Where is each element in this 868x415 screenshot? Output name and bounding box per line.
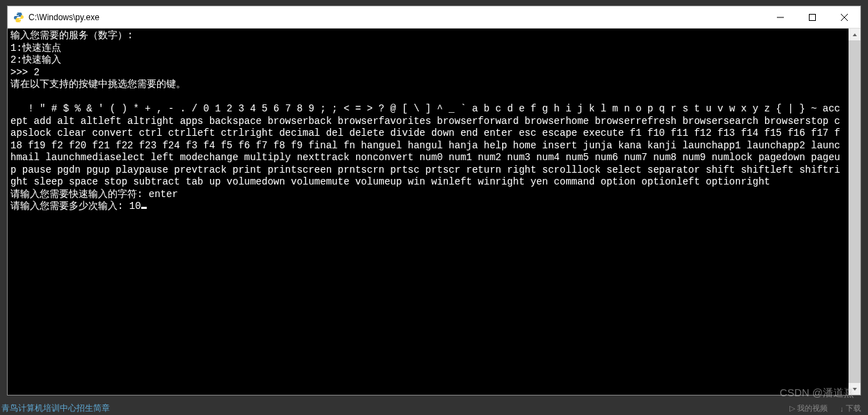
line-count-label: 请输入您需要多少次输入: [10, 201, 129, 212]
line-count-value: 10 [129, 201, 141, 212]
scroll-track[interactable] [849, 40, 860, 383]
line-keys-intro: 请在以下支持的按键中挑选您需要的键。 [10, 79, 186, 90]
maximize-button[interactable] [796, 6, 828, 29]
minimize-button[interactable] [764, 6, 796, 29]
line-input-prompt: >>> 2 [10, 67, 40, 78]
python-icon [13, 12, 24, 23]
taskbar-area: 青鸟计算机培训中心招生简章 [0, 401, 868, 415]
vertical-scrollbar[interactable] [849, 29, 860, 395]
svg-point-1 [19, 20, 20, 21]
line-option-2: 2:快速输入 [10, 54, 61, 65]
close-button[interactable] [828, 6, 860, 29]
line-service-prompt: 输入您需要的服务（数字）: [10, 30, 133, 41]
watermark: CSDN @潘道熹 [780, 386, 854, 400]
scroll-up-button[interactable] [849, 29, 860, 40]
taskbar-download[interactable]: ↓ 下载 [840, 403, 862, 414]
cursor [141, 207, 147, 209]
window-controls [764, 6, 860, 29]
console-window: C:\Windows\py.exe 输入您需要的服务（数字）: 1:快速连点 2… [7, 6, 861, 396]
line-option-1: 1:快速连点 [10, 42, 61, 54]
console-area: 输入您需要的服务（数字）: 1:快速连点 2:快速输入 >>> 2 请在以下支持… [8, 29, 860, 395]
keys-block: ! " # $ % & ' ( ) * + , - . / 0 1 2 3 4 … [10, 103, 840, 187]
console-output[interactable]: 输入您需要的服务（数字）: 1:快速连点 2:快速输入 >>> 2 请在以下支持… [8, 29, 849, 395]
titlebar[interactable]: C:\Windows\py.exe [8, 6, 860, 29]
taskbar-right: ▷ 我的视频 ↓ 下载 [789, 403, 862, 414]
svg-point-0 [17, 13, 17, 13]
svg-rect-2 [810, 14, 816, 20]
scroll-thumb[interactable] [849, 40, 860, 383]
taskbar-video[interactable]: ▷ 我的视频 [789, 403, 828, 414]
taskbar-left-text[interactable]: 青鸟计算机培训中心招生简章 [0, 402, 110, 414]
line-char-prompt: 请输入您需要快速输入的字符: enter [10, 189, 178, 200]
window-title: C:\Windows\py.exe [29, 13, 764, 22]
